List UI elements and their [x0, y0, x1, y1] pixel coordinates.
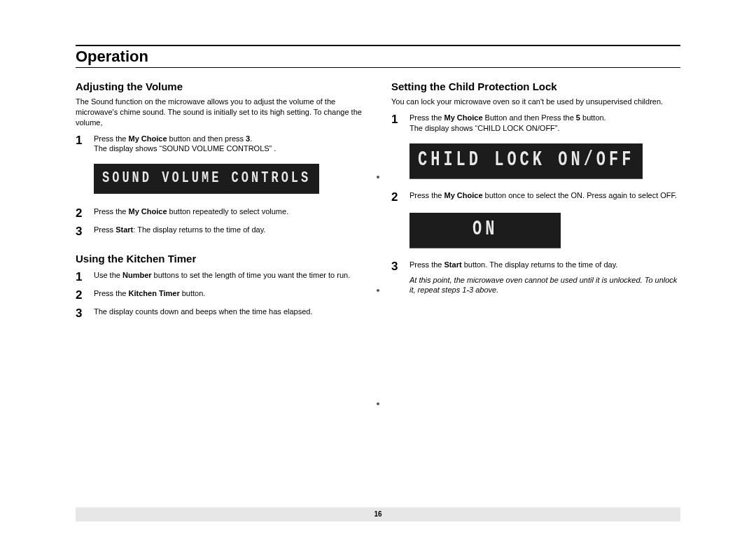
step-number: 3 [76, 225, 85, 237]
step-number: 2 [391, 190, 401, 203]
bold-text: Number [122, 271, 152, 279]
left-column: Adjusting the Volume The Sound function … [76, 76, 365, 322]
binder-dot-icon [377, 402, 379, 405]
lock-step-3: 3 Press the Start button. The display re… [391, 260, 680, 272]
two-column-layout: Adjusting the Volume The Sound function … [76, 76, 680, 322]
manual-page: Operation Adjusting the Volume The Sound… [0, 0, 756, 534]
step-number: 2 [76, 206, 85, 219]
bold-text: My Choice [129, 134, 167, 143]
volume-step-3: 3 Press Start: The display returns to th… [76, 225, 365, 237]
text: Press the [410, 113, 444, 122]
lock-note: At this point, the microwave oven cannot… [410, 275, 680, 296]
text: The display shows “CHILD LOCK ON/OFF”. [410, 124, 560, 132]
lcd-display-child-lock: CHILD LOCK ON/OFF [410, 143, 643, 179]
step-number: 1 [76, 270, 85, 283]
lock-step-2: 2 Press the My Choice button once to sel… [391, 190, 680, 203]
bold-text: Start [115, 225, 133, 234]
text: buttons to set the length of time you wa… [152, 271, 351, 279]
binder-dot-icon [377, 289, 379, 292]
step-number: 3 [76, 307, 85, 319]
step-text: Press the My Choice Button and then Pres… [410, 113, 680, 134]
volume-step-1: 1 Press the My Choice button and then pr… [76, 134, 365, 155]
right-column: Setting the Child Protection Lock You ca… [391, 76, 680, 322]
page-title: Operation [76, 48, 680, 66]
step-text: Press the Start button. The display retu… [410, 260, 680, 270]
text: Button and then Press the [483, 113, 576, 122]
text: . [250, 134, 252, 143]
text: : The display returns to the time of day… [133, 225, 265, 234]
step-text: Press the My Choice button once to selec… [410, 190, 680, 201]
timer-step-2: 2 Press the Kitchen Timer button. [76, 288, 365, 301]
step-text: The display counts down and beeps when t… [94, 307, 365, 317]
text: The display shows “SOUND VOLUME CONTROLS… [94, 144, 276, 153]
page-number: 16 [374, 510, 382, 518]
bold-text: My Choice [444, 113, 483, 122]
child-lock-intro: You can lock your microwave oven so it c… [391, 97, 680, 107]
lcd-display-on: ON [410, 213, 561, 248]
text: Press the [410, 191, 444, 199]
text: button once to select the ON. Press agai… [483, 191, 678, 199]
text: The display counts down and beeps when t… [94, 307, 312, 316]
binder-dot-icon [377, 176, 379, 178]
text: Press the [94, 134, 129, 143]
text: Press the [410, 260, 444, 269]
page-number-bar: 16 [76, 507, 680, 521]
top-rule [76, 45, 680, 46]
text: button. The display returns to the time … [464, 260, 618, 269]
volume-intro: The Sound function on the microwave allo… [76, 97, 365, 128]
text: Use the [94, 271, 122, 279]
lcd-display-sound-volume: SOUND VOLUME CONTROLS [94, 164, 319, 194]
bold-text: Start [444, 260, 464, 269]
step-number: 3 [391, 260, 401, 272]
bold-text: My Choice [129, 207, 167, 216]
lock-step-1: 1 Press the My Choice Button and then Pr… [391, 113, 680, 134]
text: Press [94, 225, 115, 234]
bold-text: My Choice [444, 191, 483, 199]
heading-timer: Using the Kitchen Timer [76, 253, 365, 265]
title-underline [76, 67, 680, 68]
step-text: Press the My Choice button repeatedly to… [94, 206, 365, 217]
timer-step-3: 3 The display counts down and beeps when… [76, 307, 365, 319]
step-number: 1 [391, 113, 401, 125]
text: button. [180, 289, 206, 297]
text: button repeatedly to select volume. [167, 207, 289, 216]
step-text: Press the Kitchen Timer button. [94, 288, 365, 299]
step-text: Press the My Choice button and then pres… [94, 134, 365, 155]
text: Press the [94, 207, 129, 216]
step-number: 2 [76, 288, 85, 301]
heading-child-lock: Setting the Child Protection Lock [391, 80, 680, 92]
text: button and then press [167, 134, 246, 143]
step-text: Use the Number buttons to set the length… [94, 270, 365, 281]
step-text: Press Start: The display returns to the … [94, 225, 365, 235]
text: button. [580, 113, 606, 122]
heading-volume: Adjusting the Volume [76, 80, 365, 92]
step-number: 1 [76, 134, 85, 146]
text: Press the [94, 289, 129, 297]
bold-text: Kitchen Timer [129, 289, 180, 297]
timer-step-1: 1 Use the Number buttons to set the leng… [76, 270, 365, 283]
volume-step-2: 2 Press the My Choice button repeatedly … [76, 206, 365, 219]
